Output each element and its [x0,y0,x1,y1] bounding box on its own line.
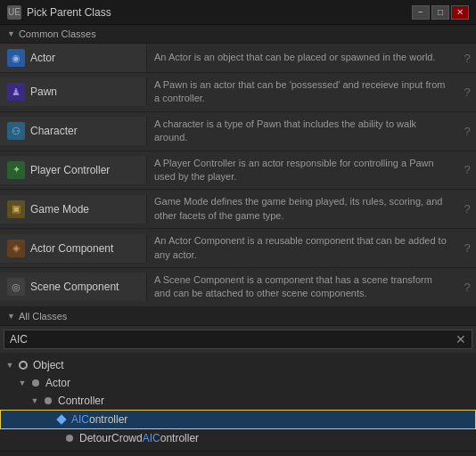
all-classes-header: ▼ All Classes [0,307,476,326]
scene-component-desc: A Scene Component is a component that ha… [147,268,458,306]
tree-item-actor[interactable]: ▼ Actor [0,374,476,392]
class-item-left-player-controller: ✦ Player Controller [0,156,147,184]
actor-component-desc: An Actor Component is a reusable compone… [147,229,458,267]
close-button[interactable]: ✕ [451,5,469,20]
pawn-icon: ♟ [7,83,25,101]
player-controller-desc: A Player Controller is an actor responsi… [147,151,458,190]
character-desc: A character is a type of Pawn that inclu… [147,112,458,151]
object-arrow-icon: ▼ [4,361,16,370]
minimize-button[interactable]: − [412,5,430,20]
search-bar[interactable]: ✕ [4,330,472,349]
scene-component-help-icon[interactable]: ? [458,277,476,297]
aicontroller-node-icon [54,412,69,427]
actor-tree-label: Actor [45,377,70,389]
class-item-left-character: ⚇ Character [0,117,147,145]
title-bar: UE Pick Parent Class − □ ✕ [0,0,476,25]
actor-component-icon: ◈ [7,240,25,257]
game-mode-help-icon[interactable]: ? [458,199,476,219]
scene-component-icon: ◎ [7,278,25,296]
class-item-left-pawn: ♟ Pawn [0,77,147,106]
player-controller-help-icon[interactable]: ? [458,159,476,180]
game-mode-name: Game Mode [30,203,89,216]
class-item-left-actor-component: ◈ Actor Component [0,234,147,263]
class-item-actor[interactable]: ◉ Actor An Actor is an object that can b… [0,44,476,73]
player-controller-icon: ✦ [7,161,25,179]
main-content: ▼ Common Classes ◉ Actor An Actor is an … [0,25,476,456]
common-classes-header: ▼ Common Classes [0,25,476,44]
scene-component-name: Scene Component [30,281,119,293]
tree-item-detour-crowd-aicontroller[interactable]: DetourCrowdAIController [0,429,476,447]
object-label: Object [33,359,64,371]
tree-item-controller[interactable]: ▼ Controller [0,392,476,410]
search-input[interactable] [10,333,452,346]
controller-arrow-icon: ▼ [29,396,41,405]
class-item-scene-component[interactable]: ◎ Scene Component A Scene Component is a… [0,268,476,307]
detour-node-icon [62,431,77,445]
class-item-pawn[interactable]: ♟ Pawn A Pawn is an actor that can be 'p… [0,73,476,112]
tree-item-aicontroller[interactable]: AIController [0,410,476,429]
class-item-left-game-mode: ▣ Game Mode [0,195,147,224]
class-item-left-actor: ◉ Actor [0,44,147,72]
controller-node-icon [41,394,55,408]
pawn-help-icon[interactable]: ? [458,82,476,102]
search-clear-icon[interactable]: ✕ [455,332,466,346]
character-icon: ⚇ [7,122,25,140]
controller-label: Controller [58,395,104,407]
game-mode-icon: ▣ [7,200,25,218]
all-classes-label: All Classes [19,311,67,322]
class-item-actor-component[interactable]: ◈ Actor Component An Actor Component is … [0,229,476,268]
title-bar-left: UE Pick Parent Class [7,5,111,20]
all-classes-arrow-icon: ▼ [7,312,15,321]
bottom-bar: Cancel [0,451,476,456]
actor-arrow-icon: ▼ [16,379,29,387]
class-item-player-controller[interactable]: ✦ Player Controller A Player Controller … [0,151,476,191]
maximize-button[interactable]: □ [431,5,449,20]
character-name: Character [30,125,78,137]
actor-icon: ◉ [7,49,25,67]
actor-desc: An Actor is an object that can be placed… [147,45,458,69]
section-arrow-icon: ▼ [7,29,15,38]
class-item-left-scene-component: ◎ Scene Component [0,273,147,301]
window-title: Pick Parent Class [27,6,111,19]
pawn-name: Pawn [30,86,57,98]
actor-component-name: Actor Component [30,242,113,255]
actor-help-icon[interactable]: ? [458,48,476,69]
player-controller-name: Player Controller [30,164,110,176]
class-item-game-mode[interactable]: ▣ Game Mode Game Mode defines the game b… [0,190,476,229]
common-classes-label: Common Classes [19,28,96,39]
all-classes-section: ▼ All Classes ✕ ▼ Object ▼ Actor [0,307,476,456]
character-help-icon[interactable]: ? [458,121,476,142]
app-icon: UE [7,5,21,20]
aicontroller-label: AIController [71,413,127,426]
actor-node-icon [29,376,43,390]
class-item-character[interactable]: ⚇ Character A character is a type of Paw… [0,112,476,151]
object-node-icon [16,358,30,372]
pawn-desc: A Pawn is an actor that can be 'possesse… [147,73,458,111]
common-classes-section: ▼ Common Classes ◉ Actor An Actor is an … [0,25,476,307]
actor-name: Actor [30,52,55,64]
actor-component-help-icon[interactable]: ? [458,238,476,258]
window-controls: − □ ✕ [412,5,469,20]
detour-label: DetourCrowdAIController [79,432,199,444]
tree-item-object[interactable]: ▼ Object [0,356,476,374]
game-mode-desc: Game Mode defines the game being played,… [147,190,458,228]
tree-view[interactable]: ▼ Object ▼ Actor ▼ Controller [0,353,476,451]
